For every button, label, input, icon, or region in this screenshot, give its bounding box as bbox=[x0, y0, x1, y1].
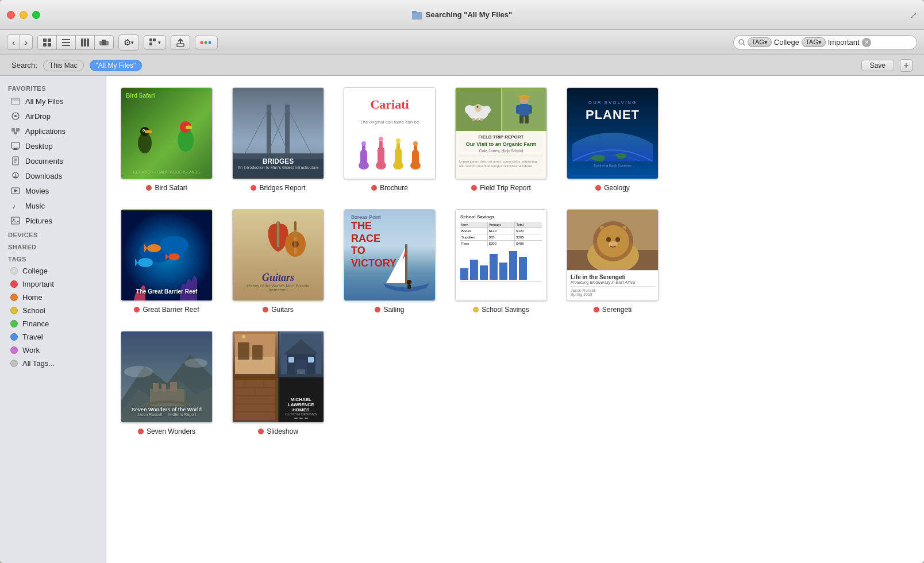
exterior-illustration bbox=[281, 334, 321, 374]
sidebar-item-all-my-files[interactable]: All My Files bbox=[2, 94, 103, 109]
svg-rect-52 bbox=[267, 105, 271, 156]
svg-point-20 bbox=[205, 41, 207, 44]
forward-button[interactable]: › bbox=[20, 35, 32, 49]
list-view-button[interactable] bbox=[57, 36, 76, 49]
svg-rect-133 bbox=[238, 342, 249, 360]
college-tag-color bbox=[10, 267, 18, 275]
file-name-field-trip-report: Field Trip Report bbox=[471, 184, 531, 192]
sidebar-item-desktop[interactable]: Desktop bbox=[2, 138, 103, 153]
sidebar-tag-important[interactable]: Important bbox=[2, 277, 103, 291]
action-dropdown-icon: ▾ bbox=[131, 40, 134, 45]
svg-rect-30 bbox=[14, 132, 17, 134]
file-item-great-barrier-reef[interactable]: The Great Barrier Reef Great Barrier Ree… bbox=[118, 209, 215, 314]
file-dot bbox=[594, 307, 599, 313]
svg-rect-87 bbox=[528, 105, 532, 114]
devices-header: DEVICES bbox=[0, 228, 106, 240]
file-item-field-trip-report[interactable]: FIELD TRIP REPORT Our Visit to an Organi… bbox=[452, 87, 550, 192]
sidebar-item-movies[interactable]: Movies bbox=[2, 183, 103, 198]
sidebar-item-label: Pictures bbox=[25, 217, 52, 225]
file-item-bridges-report[interactable]: BRIDGES An Introduction to Man's Oldest … bbox=[229, 87, 327, 192]
arrange-button-group: ▾ bbox=[144, 35, 166, 50]
add-search-criteria-button[interactable]: + bbox=[900, 59, 913, 72]
file-item-seven-wonders[interactable]: Seven Wonders of the World Jason Russell… bbox=[118, 331, 215, 435]
svg-rect-24 bbox=[11, 98, 20, 105]
file-thumbnail-geology: OUR EVOLVING PLANET bbox=[567, 87, 659, 179]
file-dot bbox=[251, 185, 256, 191]
sidebar-tag-travel[interactable]: Travel bbox=[2, 330, 103, 344]
svg-point-95 bbox=[147, 244, 161, 252]
svg-point-22 bbox=[739, 40, 744, 44]
file-dot bbox=[473, 307, 479, 313]
svg-rect-66 bbox=[379, 141, 383, 149]
coverflow-view-button[interactable] bbox=[95, 36, 113, 49]
arrange-button[interactable]: ▾ bbox=[144, 36, 165, 49]
close-button[interactable] bbox=[7, 11, 15, 19]
svg-rect-14 bbox=[106, 41, 109, 45]
sidebar-tag-work[interactable]: Work bbox=[2, 344, 103, 357]
svg-rect-73 bbox=[412, 149, 419, 167]
icon-view-icon bbox=[43, 38, 52, 47]
sidebar-tag-college[interactable]: College bbox=[2, 264, 103, 277]
file-dot bbox=[595, 185, 601, 191]
search-clear-button[interactable]: ✕ bbox=[862, 38, 871, 47]
tag-label: Work bbox=[22, 346, 40, 354]
search-bar[interactable]: TAG▾ College TAG▾ Important ✕ bbox=[733, 35, 917, 50]
column-view-icon bbox=[80, 38, 90, 47]
back-button[interactable]: ‹ bbox=[7, 35, 20, 49]
sidebar-item-documents[interactable]: Documents bbox=[2, 153, 103, 168]
sidebar-item-pictures[interactable]: Pictures bbox=[2, 213, 103, 228]
svg-text:♪: ♪ bbox=[12, 202, 16, 210]
svg-point-94 bbox=[160, 236, 188, 254]
sidebar-item-airdrop[interactable]: AirDrop bbox=[2, 109, 103, 124]
file-item-geology[interactable]: OUR EVOLVING PLANET bbox=[564, 87, 661, 192]
guitars-illustration bbox=[244, 218, 313, 264]
title-bar: Searching "All My Files" ⤢ bbox=[0, 0, 924, 30]
file-item-sailing[interactable]: Boreas Point THERACETOVICTORY bbox=[341, 209, 438, 314]
minimize-button[interactable] bbox=[20, 11, 28, 19]
maximize-button[interactable] bbox=[32, 11, 40, 19]
tag-pill-important[interactable]: TAG▾ bbox=[802, 37, 826, 47]
file-item-serengeti[interactable]: Life in the Serengeti Protecting Biodive… bbox=[564, 209, 661, 314]
sidebar-item-label: Downloads bbox=[25, 172, 62, 180]
sidebar-item-downloads[interactable]: Downloads bbox=[2, 168, 103, 183]
svg-point-71 bbox=[396, 138, 401, 143]
svg-rect-141 bbox=[288, 357, 294, 363]
file-item-brochure[interactable]: Cariati The original can taste can be bbox=[341, 87, 438, 192]
sidebar-item-music[interactable]: ♪ Music bbox=[2, 198, 103, 213]
file-dot bbox=[471, 185, 477, 191]
svg-rect-65 bbox=[378, 146, 384, 167]
svg-point-122 bbox=[615, 237, 620, 242]
sidebar-item-applications[interactable]: Applications bbox=[2, 124, 103, 138]
sidebar-tag-home[interactable]: Home bbox=[2, 291, 103, 304]
scope-all-my-files-button[interactable]: "All My Files" bbox=[90, 60, 143, 71]
save-search-button[interactable]: Save bbox=[861, 60, 894, 71]
tag-pill-college[interactable]: TAG▾ bbox=[748, 37, 772, 47]
svg-rect-105 bbox=[294, 221, 297, 237]
svg-rect-18 bbox=[177, 44, 184, 47]
svg-point-27 bbox=[14, 115, 17, 117]
svg-rect-9 bbox=[81, 38, 83, 47]
sidebar-tag-finance[interactable]: Finance bbox=[2, 317, 103, 330]
sidebar-tag-all-tags[interactable]: All Tags... bbox=[2, 357, 103, 370]
action-button[interactable]: ⚙ ▾ bbox=[119, 35, 138, 50]
finance-tag-color bbox=[10, 320, 18, 327]
tag-button-group bbox=[195, 36, 218, 49]
file-item-school-savings[interactable]: School Savings Item Amount Total Books $… bbox=[452, 209, 550, 314]
svg-rect-112 bbox=[405, 244, 407, 284]
svg-rect-16 bbox=[153, 38, 156, 41]
tag-label: School bbox=[22, 306, 45, 315]
tag-button[interactable] bbox=[195, 36, 217, 49]
scope-this-mac-button[interactable]: This Mac bbox=[43, 60, 84, 71]
file-item-slideshow[interactable]: MICHAEL LAWRENCE HOMES CUSTOM DESIGNS bbox=[229, 331, 327, 435]
file-dot bbox=[375, 307, 380, 313]
icon-view-button[interactable] bbox=[38, 36, 57, 49]
share-button[interactable] bbox=[171, 36, 190, 49]
svg-point-129 bbox=[124, 366, 153, 377]
column-view-button[interactable] bbox=[76, 36, 95, 49]
gear-icon: ⚙ bbox=[124, 37, 131, 48]
file-dot bbox=[258, 429, 264, 434]
file-item-bird-safari[interactable]: Bird Safari bbox=[118, 87, 215, 192]
sidebar-tag-school[interactable]: School bbox=[2, 304, 103, 317]
file-item-guitars[interactable]: Guitars History of the World's Most Popu… bbox=[229, 209, 327, 314]
resize-icon[interactable]: ⤢ bbox=[910, 9, 917, 20]
